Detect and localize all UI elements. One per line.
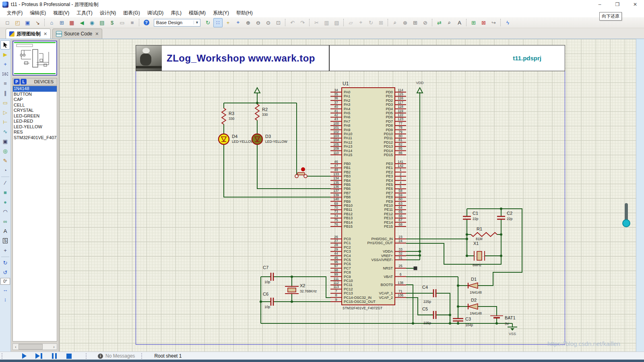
power-terminal[interactable] — [254, 88, 260, 93]
circle-2d-icon[interactable]: ● — [0, 197, 10, 207]
menu-item[interactable]: 库(L) — [167, 9, 185, 17]
pause-button[interactable] — [51, 353, 58, 359]
menu-item[interactable]: 工具(T) — [73, 9, 96, 17]
origin-icon[interactable]: + — [223, 18, 233, 27]
scroll-right-icon[interactable]: › — [51, 345, 57, 349]
step-button[interactable] — [35, 353, 42, 359]
device-list-item[interactable]: RES — [13, 130, 57, 135]
save-project-icon[interactable]: ▣ — [23, 18, 32, 27]
sidebar-hscrollbar[interactable]: ‹ › — [12, 343, 57, 350]
menu-item[interactable]: 帮助(H) — [233, 9, 256, 17]
device-pin-icon[interactable]: ⊢ — [0, 117, 10, 127]
packaging-tool-icon[interactable]: ⊞ — [411, 18, 420, 27]
home-page-icon[interactable]: ⌂ — [47, 18, 56, 27]
menu-item[interactable]: 系统(Y) — [209, 9, 233, 17]
component-D2[interactable] — [468, 304, 478, 309]
wire-label-icon[interactable]: LBL — [0, 69, 10, 78]
menu-item[interactable]: 文件(F) — [3, 9, 26, 17]
active-popup-icon[interactable]: ▣ — [0, 137, 10, 146]
undo-icon[interactable]: ↶ — [288, 18, 297, 27]
minimize-button[interactable]: – — [591, 0, 609, 9]
zoom-area-icon[interactable]: ⊡ — [274, 18, 283, 27]
wire[interactable] — [406, 285, 413, 323]
device-list-item[interactable]: 1N4148 — [13, 86, 57, 92]
pcb-layout-icon[interactable]: ▦ — [67, 18, 76, 27]
help-icon[interactable]: ? — [142, 18, 151, 27]
electrical-check-icon[interactable]: ϟ — [503, 18, 512, 27]
menu-item[interactable]: 模版(M) — [185, 9, 209, 17]
bill-of-materials-icon[interactable]: $ — [107, 18, 117, 27]
scroll-thumb[interactable] — [19, 344, 43, 350]
voltage-probe-icon[interactable]: ✎ — [0, 156, 10, 165]
toggle-grid-icon[interactable]: ∷ — [213, 18, 223, 27]
generator-mode-icon[interactable]: ◎ — [0, 146, 10, 156]
symbol-2d-icon[interactable]: S — [0, 236, 10, 245]
wire[interactable] — [257, 144, 331, 189]
device-list-item[interactable]: CRYSTAL — [13, 108, 57, 113]
zoom-all-icon[interactable]: ⊙ — [264, 18, 273, 27]
stop-button[interactable] — [66, 354, 72, 359]
tab-schematic-capture[interactable]: 原理图绘制 ✕ — [6, 29, 51, 39]
restore-button[interactable]: ❐ — [609, 0, 626, 9]
menu-item[interactable]: 设计(N) — [96, 9, 120, 17]
component-R2[interactable] — [255, 104, 259, 120]
menu-item[interactable]: 编辑(E) — [26, 9, 50, 17]
block-delete-icon[interactable]: ⊠ — [376, 18, 386, 27]
new-root-sheet-icon[interactable]: ⊞ — [469, 18, 478, 27]
buses-icon[interactable]: ∥ — [0, 88, 10, 98]
close-button[interactable]: ✕ — [626, 0, 644, 9]
device-list-item[interactable]: LED-GREEN — [13, 113, 57, 119]
zoom-out-icon[interactable]: ⊖ — [254, 18, 263, 27]
device-list-item[interactable]: STM32F401VE_F407Z( — [13, 135, 57, 141]
rotation-angle-field[interactable]: 0° — [0, 278, 10, 285]
minimap-preview[interactable] — [12, 41, 57, 76]
cut-icon[interactable]: ✂ — [312, 18, 321, 27]
right-scroll-strip[interactable] — [636, 39, 644, 352]
menu-item[interactable]: 视图(V) — [50, 9, 73, 17]
message-zone[interactable]: i No Messages — [98, 353, 135, 359]
play-button[interactable] — [22, 353, 27, 359]
path-2d-icon[interactable]: ∞ — [0, 217, 10, 226]
button-actuator-dot[interactable] — [301, 167, 305, 171]
text-script-icon[interactable]: ≡ — [0, 79, 10, 88]
component-mode-icon[interactable]: ▶ — [0, 50, 10, 59]
flip-horizontal-icon[interactable]: ↔ — [0, 285, 10, 294]
device-list-item[interactable]: LED-YELLOW — [13, 124, 57, 130]
design-selector[interactable]: Base Design ▼ — [154, 19, 200, 27]
component-R1[interactable] — [471, 232, 497, 237]
vertical-scroll-pin[interactable] — [622, 219, 630, 227]
virtual-instruments-icon[interactable]: ◔ — [0, 166, 10, 175]
measure-icon[interactable]: ▭ — [118, 18, 127, 27]
block-copy-icon[interactable]: ▱ — [346, 18, 355, 27]
make-device-icon[interactable]: ⊛ — [400, 18, 410, 27]
line-2d-icon[interactable]: ∕ — [0, 178, 10, 187]
device-list-item[interactable]: LED-RED — [13, 119, 57, 124]
graph-mode-icon[interactable]: ∿ — [0, 127, 10, 136]
schematic-canvas[interactable]: ZLog_Workshop www.wark.top t11.pdsprj U1… — [60, 39, 636, 352]
selection-icon[interactable] — [0, 40, 10, 49]
library-browser-icon[interactable]: ◉ — [87, 18, 97, 27]
report-icon[interactable]: ≡ — [128, 18, 137, 27]
open-project-icon[interactable]: ◰ — [13, 18, 22, 27]
rotate-cw-icon[interactable]: ↻ — [0, 258, 10, 267]
refresh-icon[interactable]: ↻ — [203, 18, 213, 27]
menu-item[interactable]: 图表(G) — [120, 9, 143, 17]
pick-parts-button[interactable]: P — [14, 79, 20, 84]
markers-2d-icon[interactable]: + — [0, 246, 10, 255]
wire-autorouter-icon[interactable]: ⇄ — [435, 18, 444, 27]
wire[interactable] — [436, 293, 450, 323]
device-list-item[interactable]: CELL — [13, 103, 57, 108]
block-move-icon[interactable]: ⌖ — [356, 18, 365, 27]
goto-sheet-icon[interactable]: ↪ — [489, 18, 498, 27]
subcircuit-icon[interactable]: ▭ — [0, 98, 10, 107]
import-legacy-icon[interactable]: ↘ — [33, 18, 42, 27]
paste-icon[interactable]: ▧ — [332, 18, 341, 27]
copy-icon[interactable]: ▥ — [322, 18, 331, 27]
menu-item[interactable]: 调试(D) — [144, 9, 167, 17]
component-D1[interactable] — [468, 283, 478, 288]
tab-close-icon[interactable]: ✕ — [43, 31, 47, 37]
block-rotate-icon[interactable]: ↻ — [366, 18, 376, 27]
schematic-capture-icon[interactable]: ⊞ — [57, 18, 66, 27]
junction-dot-icon[interactable]: + — [0, 60, 10, 69]
box-2d-icon[interactable]: ■ — [0, 188, 10, 197]
